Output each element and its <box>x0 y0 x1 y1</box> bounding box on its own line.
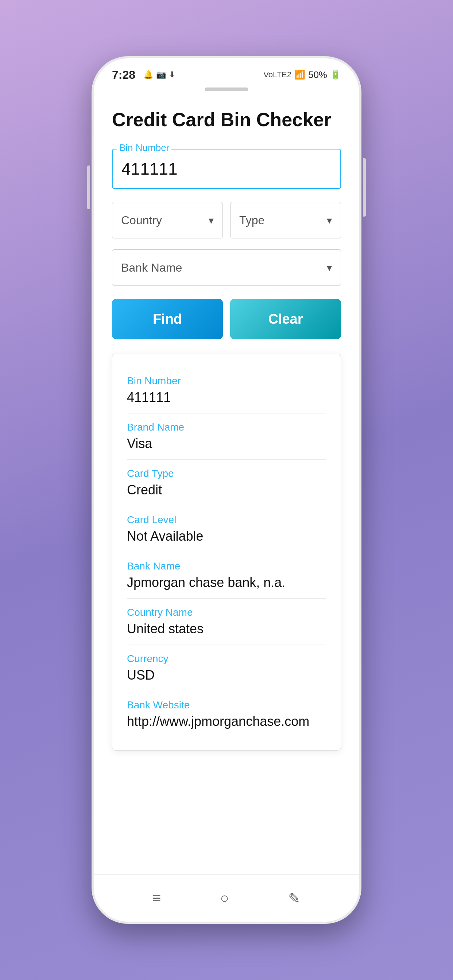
home-icon[interactable]: ○ <box>220 890 229 906</box>
bank-website-field-value: http://www.jpmorganchase.com <box>127 714 326 729</box>
status-time: 7:28 <box>112 68 135 82</box>
brand-name-field-value: Visa <box>127 436 326 451</box>
dropdowns-row: Country ▾ Type ▾ <box>112 202 341 239</box>
notch-pill <box>205 88 248 91</box>
battery-text: 50% <box>308 69 327 81</box>
currency-field-value: USD <box>127 668 326 683</box>
edit-icon[interactable]: ✎ <box>288 890 301 907</box>
country-dropdown[interactable]: Country ▾ <box>112 202 223 239</box>
signal-text: VoLTE2 <box>263 70 292 80</box>
result-bank-name: Bank Name Jpmorgan chase bank, n.a. <box>127 552 326 599</box>
result-country-name: Country Name United states <box>127 599 326 645</box>
result-bin-number: Bin Number 411111 <box>127 367 326 414</box>
bank-name-label: Bank Name <box>121 261 182 275</box>
brand-name-field-label: Brand Name <box>127 422 326 433</box>
result-brand-name: Brand Name Visa <box>127 414 326 460</box>
menu-icon[interactable]: ≡ <box>152 890 161 906</box>
card-type-field-label: Card Type <box>127 468 326 479</box>
bank-name-result-label: Bank Name <box>127 560 326 572</box>
bank-name-chevron-icon: ▾ <box>327 262 332 274</box>
bin-input-label: Bin Number <box>117 142 171 153</box>
type-chevron-icon: ▾ <box>327 215 332 226</box>
result-card-level: Card Level Not Available <box>127 506 326 552</box>
bank-name-dropdown[interactable]: Bank Name ▾ <box>112 250 341 286</box>
notification-icon: 🔔 <box>144 70 153 80</box>
signal-bars-icon: 📶 <box>294 70 305 80</box>
country-name-field-value: United states <box>127 621 326 636</box>
status-bar: 7:28 🔔 📷 ⬇ VoLTE2 📶 50% 🔋 <box>94 58 359 88</box>
bottom-nav: ≡ ○ ✎ <box>94 874 359 922</box>
card-level-field-value: Not Available <box>127 529 326 544</box>
currency-field-label: Currency <box>127 653 326 665</box>
type-dropdown[interactable]: Type ▾ <box>230 202 341 239</box>
status-right: VoLTE2 📶 50% 🔋 <box>263 69 341 81</box>
country-chevron-icon: ▾ <box>209 215 214 226</box>
card-level-field-label: Card Level <box>127 514 326 526</box>
page-title: Credit Card Bin Checker <box>112 109 341 130</box>
phone-shell: 7:28 🔔 📷 ⬇ VoLTE2 📶 50% 🔋 Credit Card Bi… <box>91 56 362 924</box>
country-label: Country <box>121 214 162 227</box>
bank-website-field-label: Bank Website <box>127 699 326 711</box>
status-icons-left: 🔔 📷 ⬇ <box>144 70 175 80</box>
find-button[interactable]: Find <box>112 299 223 339</box>
bin-number-input[interactable] <box>112 149 341 189</box>
camera-icon: 📷 <box>156 70 166 80</box>
type-label: Type <box>239 214 265 227</box>
download-icon: ⬇ <box>169 70 175 80</box>
bank-name-result-value: Jpmorgan chase bank, n.a. <box>127 575 326 590</box>
results-card: Bin Number 411111 Brand Name Visa Card T… <box>112 354 341 751</box>
bin-input-group: Bin Number <box>112 149 341 189</box>
notch-bar <box>94 88 359 94</box>
bin-number-field-value: 411111 <box>127 390 326 405</box>
clear-button[interactable]: Clear <box>230 299 341 339</box>
bin-number-field-label: Bin Number <box>127 375 326 387</box>
card-type-field-value: Credit <box>127 482 326 498</box>
result-currency: Currency USD <box>127 645 326 691</box>
result-card-type: Card Type Credit <box>127 460 326 506</box>
app-content: Credit Card Bin Checker Bin Number Count… <box>94 94 359 874</box>
country-name-field-label: Country Name <box>127 607 326 618</box>
phone-screen: 7:28 🔔 📷 ⬇ VoLTE2 📶 50% 🔋 Credit Card Bi… <box>94 58 359 922</box>
battery-icon: 🔋 <box>330 70 341 80</box>
result-bank-website: Bank Website http://www.jpmorganchase.co… <box>127 691 326 737</box>
action-buttons-row: Find Clear <box>112 299 341 339</box>
